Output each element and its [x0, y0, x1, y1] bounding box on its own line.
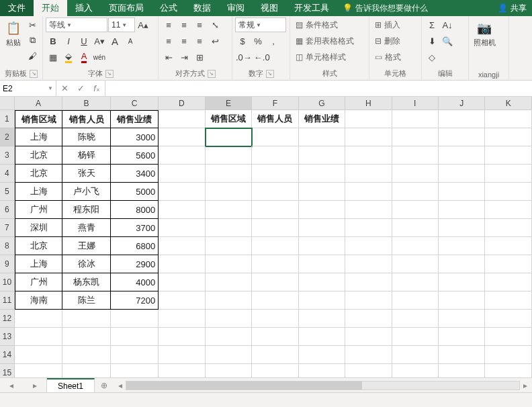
cell-E2[interactable]: [206, 128, 252, 146]
cell-A13[interactable]: [15, 328, 62, 346]
cell-C4[interactable]: 3400: [111, 165, 159, 183]
col-header-I[interactable]: I: [392, 97, 439, 109]
cell-J11[interactable]: [439, 291, 485, 310]
row-header-10[interactable]: 10: [0, 273, 15, 291]
shrink-font-button[interactable]: A▾: [92, 34, 107, 48]
cell-E15[interactable]: [206, 364, 252, 377]
col-header-G[interactable]: G: [299, 97, 345, 109]
cell-I1[interactable]: [392, 110, 439, 128]
cell-B11[interactable]: 陈兰: [62, 291, 110, 310]
cell-I3[interactable]: [392, 146, 439, 165]
cell-G15[interactable]: [299, 364, 345, 377]
cell-K7[interactable]: [485, 219, 531, 237]
cell-A2[interactable]: 上海: [15, 128, 62, 146]
cell-J1[interactable]: [439, 110, 485, 128]
row-header-3[interactable]: 3: [0, 146, 15, 165]
tab-formulas[interactable]: 公式: [152, 0, 185, 16]
fill-button[interactable]: ⬇: [425, 34, 439, 48]
col-header-C[interactable]: C: [111, 97, 159, 109]
cell-K8[interactable]: [485, 237, 531, 255]
col-header-D[interactable]: D: [159, 97, 205, 109]
row-header-8[interactable]: 8: [0, 237, 15, 255]
cell-K1[interactable]: [485, 110, 531, 128]
align-center-button[interactable]: ≡: [177, 34, 191, 48]
tab-insert[interactable]: 插入: [67, 0, 101, 16]
align-left-button[interactable]: ≡: [161, 34, 176, 48]
row-header-6[interactable]: 6: [0, 201, 15, 219]
cell-styles-button[interactable]: ◫单元格样式: [293, 50, 349, 64]
format-cells-button[interactable]: ▭格式: [372, 50, 404, 64]
cell-J6[interactable]: [439, 201, 485, 219]
cell-F13[interactable]: [252, 328, 298, 346]
increase-indent-button[interactable]: ⇥: [177, 50, 191, 64]
cell-F14[interactable]: [252, 346, 298, 364]
cell-K2[interactable]: [485, 128, 531, 146]
cell-H10[interactable]: [345, 273, 392, 291]
cell-I9[interactable]: [392, 255, 439, 273]
cell-F9[interactable]: [252, 255, 298, 273]
cell-G5[interactable]: [299, 183, 345, 201]
row-header-11[interactable]: 11: [0, 291, 15, 310]
align-launcher[interactable]: ↘: [208, 70, 216, 78]
tab-view[interactable]: 视图: [253, 0, 286, 16]
cell-K3[interactable]: [485, 146, 531, 165]
sheet-nav-first[interactable]: ◂: [9, 381, 13, 390]
cell-A7[interactable]: 深圳: [15, 219, 62, 237]
cell-B9[interactable]: 徐冰: [62, 255, 110, 273]
cell-F15[interactable]: [252, 364, 298, 377]
cell-A11[interactable]: 海南: [15, 291, 62, 310]
cell-H2[interactable]: [345, 128, 392, 146]
cell-C14[interactable]: [111, 346, 159, 364]
cell-E3[interactable]: [206, 146, 252, 165]
cell-K9[interactable]: [485, 255, 531, 273]
cell-B15[interactable]: [62, 364, 110, 377]
cell-J8[interactable]: [439, 237, 485, 255]
col-header-J[interactable]: J: [439, 97, 485, 109]
cell-I4[interactable]: [392, 165, 439, 183]
cell-J5[interactable]: [439, 183, 485, 201]
cell-C3[interactable]: 5600: [111, 146, 159, 165]
font-launcher[interactable]: ↘: [105, 70, 114, 78]
cell-B8[interactable]: 王娜: [62, 237, 110, 255]
row-header-2[interactable]: 2: [0, 128, 15, 146]
cell-I6[interactable]: [392, 201, 439, 219]
cell-G8[interactable]: [299, 237, 345, 255]
cell-D9[interactable]: [159, 255, 205, 273]
row-header-9[interactable]: 9: [0, 255, 15, 273]
cell-D2[interactable]: [159, 128, 205, 146]
cell-H1[interactable]: [345, 110, 392, 128]
comma-button[interactable]: ,: [266, 34, 281, 48]
cell-J12[interactable]: [439, 310, 485, 328]
sheet-tab[interactable]: Sheet1: [47, 378, 95, 392]
cell-J2[interactable]: [439, 128, 485, 146]
cell-K5[interactable]: [485, 183, 531, 201]
cell-A3[interactable]: 北京: [15, 146, 62, 165]
cell-H3[interactable]: [345, 146, 392, 165]
share-button[interactable]: 👤 共享: [492, 0, 532, 16]
borders-button[interactable]: ▦: [46, 50, 60, 64]
format-painter-button[interactable]: 🖌: [25, 48, 40, 63]
cell-G4[interactable]: [299, 165, 345, 183]
cell-E9[interactable]: [206, 255, 252, 273]
sort-filter-button[interactable]: A↓: [440, 17, 455, 32]
cell-D4[interactable]: [159, 165, 205, 183]
grow-font-button[interactable]: A▴: [136, 17, 150, 32]
col-header-F[interactable]: F: [252, 97, 298, 109]
cell-B4[interactable]: 张天: [62, 165, 110, 183]
cell-I15[interactable]: [392, 364, 439, 377]
cell-C1[interactable]: 销售业绩: [111, 110, 159, 128]
col-header-E[interactable]: E: [206, 97, 252, 109]
font-grow-large[interactable]: A: [107, 34, 122, 48]
cell-A5[interactable]: 上海: [15, 183, 62, 201]
cell-G2[interactable]: [299, 128, 345, 146]
cell-H12[interactable]: [345, 310, 392, 328]
row-header-1[interactable]: 1: [0, 110, 15, 128]
camera-button[interactable]: 📷 照相机: [472, 17, 497, 50]
cell-G12[interactable]: [299, 310, 345, 328]
cell-G13[interactable]: [299, 328, 345, 346]
cell-G14[interactable]: [299, 346, 345, 364]
row-header-14[interactable]: 14: [0, 346, 15, 364]
cell-F5[interactable]: [252, 183, 298, 201]
cell-F6[interactable]: [252, 201, 298, 219]
cell-F7[interactable]: [252, 219, 298, 237]
